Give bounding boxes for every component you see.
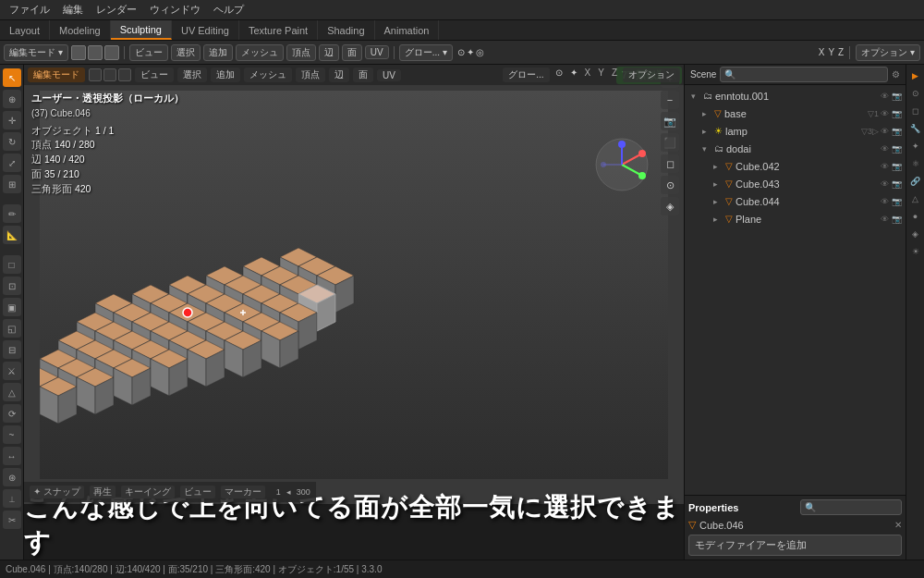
vp-uv-btn[interactable]: UV <box>377 69 401 81</box>
vp-magnet-icon[interactable]: ✦ <box>568 68 579 82</box>
rs-texture-icon[interactable]: ◈ <box>908 227 923 241</box>
mode-icon-3[interactable] <box>104 45 119 60</box>
vp-select-btn[interactable]: 選択 <box>177 68 207 82</box>
vp-vertex-btn[interactable]: 頂点 <box>296 68 325 82</box>
vp-global-btn[interactable]: グロー... <box>503 68 549 82</box>
rs-shading-icon[interactable]: ☀ <box>908 244 923 259</box>
tool-move[interactable]: ✛ <box>3 111 21 129</box>
tab-animation[interactable]: Animation <box>375 20 440 40</box>
tree-item-enntotu[interactable]: ▾ 🗂 enntotu.001 👁 📷 <box>685 87 906 105</box>
options-menu[interactable]: オプション ▾ <box>856 44 920 61</box>
tool-rotate[interactable]: ↻ <box>3 132 21 151</box>
tab-layout[interactable]: Layout <box>0 20 50 40</box>
tool-annotate[interactable]: ✏ <box>3 204 21 223</box>
tool-rip[interactable]: ✂ <box>3 510 21 529</box>
rs-world-icon[interactable]: ⊙ <box>908 86 923 101</box>
rs-modifier-icon[interactable]: 🔧 <box>908 121 923 136</box>
xray-btn[interactable]: ◈ <box>661 197 679 215</box>
tree-item-base[interactable]: ▸ ▽ base ▽1 👁 📷 <box>685 105 906 122</box>
keying-btn[interactable]: キーイング <box>121 486 175 498</box>
tab-modeling[interactable]: Modeling <box>50 20 111 40</box>
vp-options-btn[interactable]: オプション <box>623 68 680 82</box>
view-menu[interactable]: ビュー <box>129 44 168 61</box>
face-menu[interactable]: 面 <box>342 44 362 61</box>
tab-shading[interactable]: Shading <box>318 20 374 40</box>
menu-window[interactable]: ウィンドウ <box>144 2 206 18</box>
tool-knife[interactable]: ⚔ <box>3 362 21 380</box>
tool-add-cube[interactable]: □ <box>3 255 21 274</box>
vp-mesh-btn[interactable]: メッシュ <box>244 68 292 82</box>
tool-shear[interactable]: ⟂ <box>3 489 21 508</box>
playback-btn[interactable]: 再生 <box>90 486 116 498</box>
tree-item-lamp[interactable]: ▸ ☀ lamp ▽3▷ 👁 📷 <box>685 122 906 140</box>
tool-inset[interactable]: ▣ <box>3 298 21 316</box>
vp-icon-mat[interactable] <box>118 68 131 81</box>
properties-close-icon[interactable]: ✕ <box>894 520 902 530</box>
vp-edge-btn[interactable]: 辺 <box>329 68 349 82</box>
outliner-filter-icon[interactable]: ⚙ <box>892 69 900 80</box>
rs-scene-icon[interactable]: ▶ <box>908 68 923 83</box>
tool-loop-cut[interactable]: ⊟ <box>3 340 21 359</box>
vertex-menu[interactable]: 頂点 <box>286 44 316 61</box>
tree-item-cube042[interactable]: ▸ ▽ Cube.042 👁 📷 <box>685 157 906 175</box>
camera-btn[interactable]: 📷 <box>661 112 679 130</box>
global-selector[interactable]: グロー... ▾ <box>399 44 453 61</box>
mode-selector[interactable]: 編集モード ▾ <box>4 44 68 61</box>
tool-transform[interactable]: ⊞ <box>3 175 21 193</box>
tree-item-cube043[interactable]: ▸ ▽ Cube.043 👁 📷 <box>685 175 906 192</box>
tree-item-cube044[interactable]: ▸ ▽ Cube.044 👁 📷 <box>685 192 906 210</box>
pivot-icon[interactable]: ◎ <box>476 47 484 57</box>
tool-edge-slide[interactable]: ↔ <box>3 447 21 465</box>
tool-shrink[interactable]: ⊛ <box>3 468 21 486</box>
select-menu[interactable]: 選択 <box>171 44 201 61</box>
tab-sculpting[interactable]: Sculpting <box>111 20 172 40</box>
edge-menu[interactable]: 辺 <box>319 44 339 61</box>
add-menu[interactable]: 追加 <box>203 44 233 61</box>
rs-particles-icon[interactable]: ✦ <box>908 139 923 154</box>
tool-smooth[interactable]: ~ <box>3 425 21 444</box>
properties-search-input[interactable] <box>800 499 902 515</box>
tab-texture-paint[interactable]: Texture Paint <box>239 20 318 40</box>
view-btn[interactable]: ビュー <box>180 486 215 498</box>
tool-poly-build[interactable]: △ <box>3 383 21 401</box>
uv-menu[interactable]: UV <box>365 45 389 59</box>
marker-btn[interactable]: マーカー <box>221 486 265 498</box>
magnet-icon[interactable]: ✦ <box>467 47 474 57</box>
vp-icon-wire[interactable] <box>103 68 116 81</box>
vp-snap-icon[interactable]: ⊙ <box>553 68 565 82</box>
tool-bevel[interactable]: ◱ <box>3 319 21 338</box>
mode-icon-2[interactable] <box>88 45 103 60</box>
mode-icon-1[interactable] <box>71 45 86 60</box>
vp-view-btn[interactable]: ビュー <box>135 68 174 82</box>
local-view-btn[interactable]: ◻ <box>661 154 679 173</box>
tool-scale[interactable]: ⤢ <box>3 154 21 172</box>
rs-physics-icon[interactable]: ⚛ <box>908 156 923 171</box>
vp-mode-btn[interactable]: 編集モード <box>28 68 85 82</box>
menu-render[interactable]: レンダー <box>91 2 142 18</box>
tree-item-plane[interactable]: ▸ ▽ Plane 👁 📷 <box>685 210 906 228</box>
perspective-btn[interactable]: ⬛ <box>661 133 679 152</box>
snap-icon[interactable]: ⊙ <box>457 47 465 57</box>
vp-face-btn[interactable]: 面 <box>353 68 373 82</box>
rs-constraints-icon[interactable]: 🔗 <box>908 174 923 189</box>
viewport-3d[interactable]: 編集モード ビュー 選択 追加 メッシュ 頂点 辺 面 UV グロー... ⊙ … <box>24 65 684 560</box>
tool-spin[interactable]: ⟳ <box>3 404 21 423</box>
zoom-out-btn[interactable]: − <box>661 91 679 109</box>
add-modifier-button[interactable]: モディファイアーを追加 <box>688 535 902 556</box>
mesh-menu[interactable]: メッシュ <box>236 44 284 61</box>
menu-edit[interactable]: 編集 <box>57 2 89 18</box>
outliner-search-input[interactable] <box>720 67 888 82</box>
rs-data-icon[interactable]: △ <box>908 191 923 206</box>
snap-toggle[interactable]: ✦ スナップ <box>30 486 84 498</box>
overlay-btn[interactable]: ⊙ <box>661 176 679 194</box>
rs-material-icon[interactable]: ● <box>908 209 923 224</box>
tool-measure[interactable]: 📐 <box>3 226 21 244</box>
tree-item-dodai[interactable]: ▾ 🗂 dodai 👁 📷 <box>685 140 906 157</box>
tool-extrude[interactable]: ⊡ <box>3 277 21 295</box>
vp-add-btn[interactable]: 追加 <box>211 68 240 82</box>
vp-icon-solid[interactable] <box>89 68 102 81</box>
menu-help[interactable]: ヘルプ <box>208 2 249 18</box>
tool-select[interactable]: ↖ <box>3 68 21 87</box>
rs-object-icon[interactable]: ◻ <box>908 104 923 118</box>
menu-file[interactable]: ファイル <box>4 2 55 18</box>
